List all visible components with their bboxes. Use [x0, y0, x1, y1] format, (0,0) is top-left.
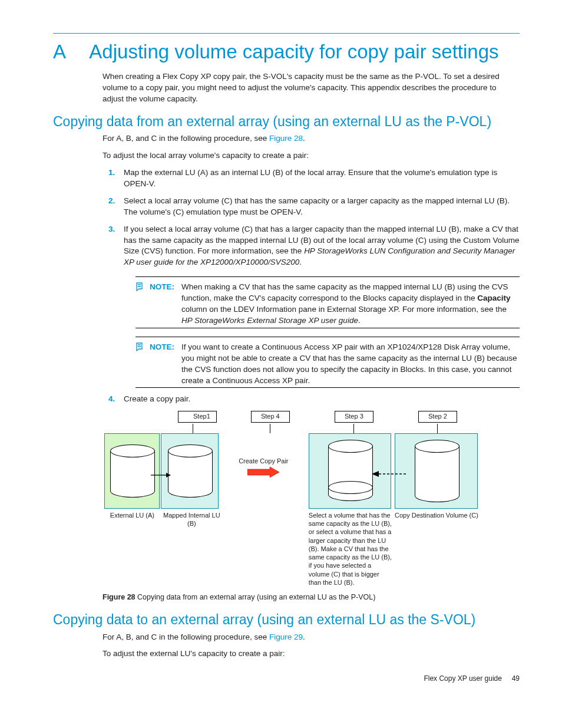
- step-2-text: Select a local array volume (C) that has…: [124, 196, 510, 216]
- arrow-icon: [151, 472, 171, 478]
- page-footer: Flex Copy XP user guide 49: [424, 674, 520, 684]
- note1-title: HP StorageWorks External Storage XP user…: [181, 316, 358, 325]
- s1-intro-pre: For A, B, and C in the following procedu…: [103, 134, 269, 143]
- cylinder-icon: [168, 444, 211, 498]
- fig-caption-text: Copying data from an external array (usi…: [137, 593, 375, 601]
- appendix-title: Adjusting volume capacity for copy pair …: [89, 41, 498, 62]
- s1-intro: For A, B, and C in the following procedu…: [103, 133, 520, 144]
- fig-step3-line: [353, 424, 354, 433]
- fig-create-copy-pair-label: Create Copy Pair: [220, 457, 307, 466]
- fig-step2-box: Step 2: [418, 411, 457, 422]
- fig-step4-box: Step 4: [251, 411, 290, 422]
- note1-t2: column on the LDEV Information pane in E…: [181, 305, 507, 314]
- note1-t1: When making a CV that has the same capac…: [181, 282, 508, 302]
- section2-heading: Copying data to an external array (using…: [53, 611, 520, 628]
- figure28-link[interactable]: Figure 28: [269, 134, 303, 143]
- s1-intro-post: .: [303, 134, 305, 143]
- note2: NOTE: If you want to create a Continuous…: [135, 342, 520, 387]
- fig-caption-label: Figure 28: [103, 593, 135, 601]
- s2-intro2: To adjust the external LU's capacity to …: [103, 648, 520, 660]
- step-1-text: Map the external LU (A) as an internal L…: [124, 168, 497, 188]
- step-2: Select a local array volume (C) that has…: [112, 196, 520, 218]
- figure-28-caption: Figure 28 Copying data from an external …: [103, 592, 520, 603]
- fig-label-b: Mapped Internal LU (B): [162, 509, 222, 589]
- section1-heading: Copying data from an external array (usi…: [53, 113, 520, 130]
- dashed-arrow-icon: [372, 470, 406, 478]
- page-top-rule: [53, 33, 520, 34]
- figure29-link[interactable]: Figure 29: [269, 633, 303, 641]
- fig-label-c-title: Copy Destination Volume (C): [394, 509, 480, 589]
- s2-intro: For A, B, and C in the following procedu…: [103, 632, 520, 643]
- fig-panel-copy-destination: [395, 433, 478, 509]
- step-3: If you select a local array volume (C) t…: [112, 224, 520, 388]
- note1-t3: .: [358, 316, 361, 325]
- cylinder-icon: [110, 444, 154, 498]
- s2-intro-post: .: [303, 633, 305, 641]
- fig-panel-external-lu: [104, 433, 160, 509]
- note2-top-rule: [135, 337, 520, 337]
- svg-marker-1: [166, 473, 171, 477]
- cylinder-sliced-icon: [328, 440, 372, 501]
- fig-step3-box: Step 3: [335, 411, 373, 422]
- cylinder-icon: [415, 440, 458, 502]
- note-icon: [135, 342, 146, 351]
- fig-step1-line: [193, 424, 193, 433]
- fig-label-c-description: Select a volume that has the same capaci…: [308, 509, 394, 589]
- footer-page-number: 49: [512, 674, 520, 683]
- note1: NOTE: When making a CV that has the same…: [135, 282, 520, 327]
- step-4-text: Create a copy pair.: [124, 394, 190, 403]
- fig-panel-mapped-internal: [161, 433, 219, 509]
- note2-text: If you want to create a Continuous Acces…: [181, 342, 520, 387]
- note2-label: NOTE:: [150, 342, 174, 353]
- svg-marker-4: [372, 471, 379, 477]
- appendix-letter: A: [53, 41, 85, 63]
- note1-bold: Capacity: [477, 294, 510, 302]
- intro-paragraph: When creating a Flex Copy XP copy pair, …: [103, 71, 520, 105]
- footer-doc-title: Flex Copy XP user guide: [424, 674, 502, 683]
- fig-label-a: External LU (A): [103, 509, 162, 589]
- svg-marker-2: [247, 467, 279, 477]
- note2-bottom-rule: [135, 387, 520, 388]
- step-4: Create a copy pair.: [112, 394, 520, 405]
- fig-step2-line: [437, 424, 438, 433]
- figure-28: Step1 Step 4 Step 3 Step 2: [103, 411, 480, 589]
- step-1: Map the external LU (A) as an internal L…: [112, 167, 520, 190]
- note1-text: When making a CV that has the same capac…: [181, 282, 520, 327]
- s1-intro2: To adjust the local array volume's capac…: [103, 150, 520, 162]
- step-3-text-b: .: [299, 258, 302, 266]
- big-arrow-icon: [247, 467, 279, 477]
- note1-bottom-rule: [135, 328, 520, 328]
- note1-label: NOTE:: [150, 282, 174, 293]
- s2-intro-pre: For A, B, and C in the following procedu…: [103, 633, 269, 641]
- appendix-heading: A Adjusting volume capacity for copy pai…: [53, 41, 520, 63]
- fig-step4-line: [270, 424, 270, 433]
- note-icon: [135, 282, 146, 291]
- note1-top-rule: [135, 276, 520, 277]
- fig-step1-box: Step1: [178, 411, 217, 422]
